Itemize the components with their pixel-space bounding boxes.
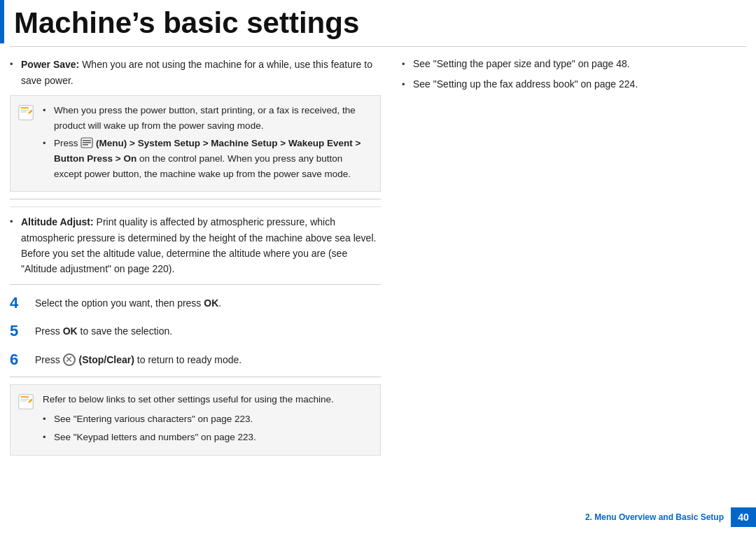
- pencil-icon-2: [18, 393, 34, 410]
- altitude-label: Altitude Adjust:: [21, 216, 94, 227]
- svg-rect-8: [83, 142, 91, 143]
- menu-icon: [80, 137, 93, 148]
- right-bullet-1: • See "Setting the paper size and type" …: [402, 57, 746, 71]
- step-6-row: 6 Press ✕ (Stop/Clear) to return to read…: [10, 350, 381, 370]
- svg-rect-9: [83, 144, 88, 146]
- step-4-ok: OK: [204, 297, 218, 309]
- bottom-note-content: Refer to below links to set other settin…: [43, 392, 334, 447]
- note-bullet-2: • Press (Menu) > System Setup > Machine …: [43, 136, 370, 181]
- step-4-end: .: [218, 297, 221, 309]
- step-6-end: to return to ready mode.: [134, 354, 241, 365]
- stop-clear-icon: ✕: [63, 353, 76, 366]
- right-bullet-text-2: See "Setting up the fax address book" on…: [413, 77, 638, 92]
- right-bullet-2: • See "Setting up the fax address book" …: [402, 77, 746, 92]
- note-bullet-text-1: When you press the power button, start p…: [54, 103, 370, 133]
- step-6-stopclear: (Stop/Clear): [79, 354, 134, 365]
- step-5-text: Press OK to save the selection.: [35, 321, 172, 339]
- bullet-dot-2: •: [10, 214, 21, 277]
- footer-page-number: 40: [731, 507, 756, 527]
- note-box-2: Refer to below links to set other settin…: [10, 384, 381, 455]
- step-4-text-before: Select the option you want, then press: [35, 297, 204, 309]
- step-5-row: 5 Press OK to save the selection.: [10, 321, 381, 342]
- step-4-text: Select the option you want, then press O…: [35, 293, 221, 311]
- note-icon-2: [18, 392, 37, 447]
- note-bullet-dot-2: •: [43, 136, 54, 181]
- bottom-note-intro: Refer to below links to set other settin…: [43, 392, 334, 407]
- bottom-bullet-dot-2: •: [43, 430, 54, 445]
- menu-label: (Menu) > System Setup > Machine Setup > …: [54, 138, 360, 164]
- svg-rect-1: [20, 107, 29, 108]
- svg-rect-12: [20, 399, 29, 400]
- step-5-ok: OK: [63, 325, 78, 337]
- blue-accent-bar: [0, 0, 4, 43]
- step-5-press: Press: [35, 325, 63, 337]
- bottom-bullet-dot-1: •: [43, 412, 54, 427]
- step-4-num: 4: [10, 293, 29, 314]
- note-bullet-dot-1: •: [43, 103, 54, 133]
- page: Machine’s basic settings • Power Save: W…: [0, 0, 756, 534]
- step-5-num: 5: [10, 321, 29, 342]
- note-bullet-text-2: Press (Menu) > System Setup > Machine Se…: [54, 136, 370, 181]
- step-6-press: Press: [35, 354, 63, 365]
- right-bullet-text-1: See "Setting the paper size and type" on…: [413, 57, 630, 71]
- right-column: • See "Setting the paper size and type" …: [388, 57, 746, 511]
- svg-rect-7: [83, 140, 91, 141]
- page-title: Machine’s basic settings: [14, 0, 756, 46]
- divider-3: [10, 284, 381, 285]
- bottom-note-bullet-1: • See "Entering various characters" on p…: [43, 412, 334, 427]
- power-save-bullet: • Power Save: When you are not using the…: [10, 57, 381, 88]
- power-save-text: Power Save: When you are not using the m…: [21, 57, 381, 88]
- footer-label: 2. Menu Overview and Basic Setup: [585, 511, 731, 524]
- note-content-1: • When you press the power button, start…: [43, 103, 370, 184]
- divider-2: [10, 199, 381, 199]
- content-area: • Power Save: When you are not using the…: [0, 47, 756, 511]
- svg-rect-2: [20, 110, 29, 111]
- svg-rect-11: [20, 397, 29, 398]
- step-4-row: 4 Select the option you want, then press…: [10, 293, 381, 314]
- note-icon-1: [18, 103, 37, 184]
- svg-rect-13: [20, 401, 27, 402]
- step-6-text: Press ✕ (Stop/Clear) to return to ready …: [35, 350, 241, 367]
- footer: 2. Menu Overview and Basic Setup 40: [0, 507, 756, 534]
- altitude-text: Altitude Adjust: Print quality is affect…: [21, 214, 381, 277]
- right-bullet-dot-1: •: [402, 57, 413, 71]
- bottom-note-bullet-2: • See "Keypad letters and numbers" on pa…: [43, 430, 334, 445]
- power-save-label: Power Save:: [21, 59, 79, 70]
- divider-4: [10, 377, 381, 377]
- step-6-num: 6: [10, 350, 29, 370]
- step-5-end: to save the selection.: [78, 325, 172, 337]
- altitude-bullet: • Altitude Adjust: Print quality is affe…: [10, 206, 381, 277]
- svg-rect-3: [20, 111, 27, 112]
- bottom-bullet-text-2: See "Keypad letters and numbers" on page…: [54, 430, 256, 445]
- bullet-dot-1: •: [10, 57, 21, 88]
- note-box-1: • When you press the power button, start…: [10, 95, 381, 192]
- bottom-bullet-text-1: See "Entering various characters" on pag…: [54, 412, 253, 427]
- pencil-icon: [18, 104, 34, 121]
- left-column: • Power Save: When you are not using the…: [10, 57, 381, 511]
- right-bullet-dot-2: •: [402, 77, 413, 92]
- note-bullet-1: • When you press the power button, start…: [43, 103, 370, 133]
